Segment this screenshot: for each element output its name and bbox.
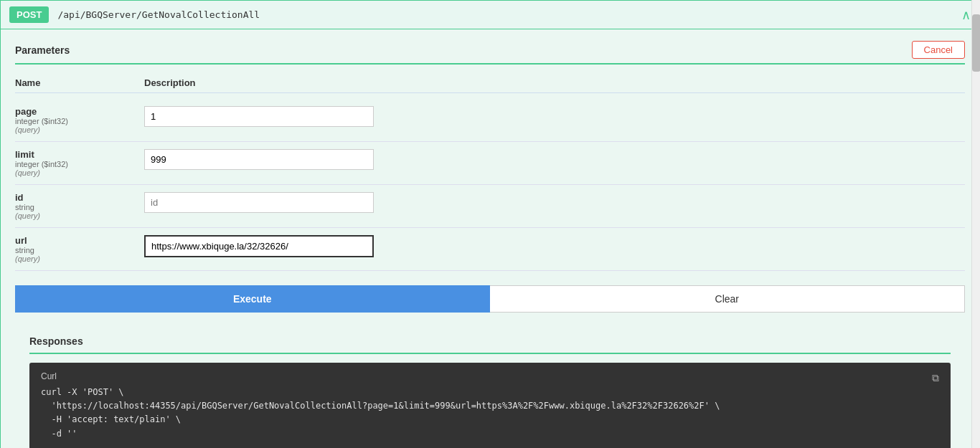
param-row-limit: limit integer ($int32) (query)	[15, 142, 965, 185]
param-name-col-limit: limit integer ($int32) (query)	[15, 149, 144, 177]
param-type-page: integer ($int32)	[15, 117, 133, 125]
action-buttons: Execute Clear	[15, 285, 965, 313]
curl-code: curl -X 'POST' \ 'https://localhost:4435…	[41, 386, 939, 441]
param-location-url: (query)	[15, 254, 133, 263]
param-name-col-url: url string (query)	[15, 235, 144, 263]
params-table: Name Description page integer ($int32) (…	[15, 73, 965, 271]
endpoint-path: /api/BGQServer/GetNovalCollectionAll	[57, 9, 260, 20]
params-table-header: Name Description	[15, 73, 965, 93]
responses-title: Responses	[29, 327, 951, 354]
method-badge: POST	[9, 6, 49, 23]
param-input-col-page	[144, 106, 965, 127]
param-input-id[interactable]	[144, 192, 374, 213]
collapse-icon[interactable]: ∧	[961, 7, 971, 23]
param-location-page: (query)	[15, 125, 133, 134]
param-name-page: page	[15, 106, 133, 117]
param-input-limit[interactable]	[144, 149, 374, 170]
scrollbar-thumb[interactable]	[972, 14, 980, 72]
parameters-header: Parameters Cancel	[15, 41, 965, 65]
param-input-col-id	[144, 192, 965, 213]
param-name-col-page: page integer ($int32) (query)	[15, 106, 144, 134]
curl-label: Curl	[41, 371, 57, 381]
col-desc-header: Description	[144, 77, 965, 88]
param-name-col-id: id string (query)	[15, 192, 144, 220]
param-type-id: string	[15, 203, 133, 211]
param-row-id: id string (query)	[15, 185, 965, 228]
param-row-page: page integer ($int32) (query)	[15, 99, 965, 142]
endpoint-header[interactable]: POST /api/BGQServer/GetNovalCollectionAl…	[0, 0, 980, 29]
parameters-title: Parameters	[15, 44, 70, 56]
param-name-limit: limit	[15, 149, 133, 160]
param-type-limit: integer ($int32)	[15, 160, 133, 168]
responses-section: Responses Curl ⧉ curl -X 'POST' \ 'https…	[15, 327, 965, 448]
param-input-url[interactable]	[144, 235, 374, 257]
clear-button[interactable]: Clear	[490, 285, 966, 313]
param-type-url: string	[15, 246, 133, 254]
execute-button[interactable]: Execute	[15, 285, 490, 313]
parameters-section: Parameters Cancel Name Description page …	[0, 29, 980, 448]
param-location-limit: (query)	[15, 168, 133, 177]
param-input-page[interactable]	[144, 106, 374, 127]
col-name-header: Name	[15, 77, 144, 88]
curl-section: Curl ⧉ curl -X 'POST' \ 'https://localho…	[29, 363, 951, 448]
param-input-col-url	[144, 235, 965, 257]
param-name-url: url	[15, 235, 133, 246]
scrollbar-track[interactable]	[971, 0, 980, 448]
param-row-url: url string (query)	[15, 228, 965, 271]
param-input-col-limit	[144, 149, 965, 170]
curl-copy-icon[interactable]: ⧉	[932, 372, 939, 384]
cancel-button[interactable]: Cancel	[912, 41, 965, 59]
param-name-id: id	[15, 192, 133, 203]
param-location-id: (query)	[15, 211, 133, 220]
